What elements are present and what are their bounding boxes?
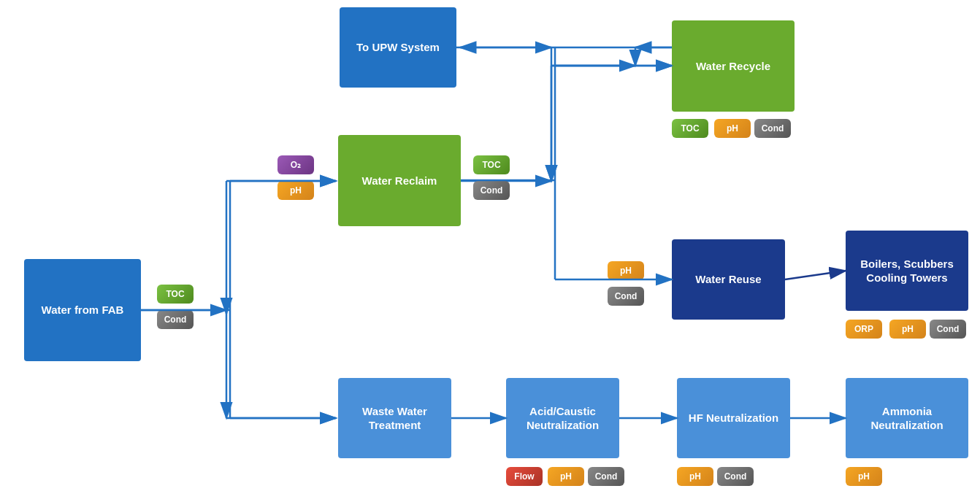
badge-acid_flow[interactable]: Flow [506,467,543,486]
node-hf_neutral: HF Neutralization [677,378,790,458]
node-water_from_fab: Water from FAB [24,259,141,361]
badge-reclaim_cond[interactable]: Cond [473,181,510,200]
node-water_reuse: Water Reuse [672,239,785,320]
badge-hf_ph[interactable]: pH [677,467,713,486]
badge-recycle_toc[interactable]: TOC [672,119,708,138]
badge-recycle_ph[interactable]: pH [714,119,751,138]
badge-boilers_orp[interactable]: ORP [846,320,882,339]
badge-boilers_cond[interactable]: Cond [930,320,966,339]
badge-fab_toc[interactable]: TOC [157,285,194,304]
node-acid_caustic: Acid/Caustic Neutralization [506,378,619,458]
node-boilers: Boilers, ScubbersCooling Towers [846,231,968,311]
badge-boilers_ph[interactable]: pH [889,320,926,339]
badge-hf_cond[interactable]: Cond [717,467,754,486]
badge-reclaim_o2[interactable]: O₂ [277,155,314,174]
node-water_reclaim: Water Reclaim [338,135,461,226]
badge-reuse_cond[interactable]: Cond [608,287,644,306]
node-to_upw: To UPW System [340,7,456,88]
badge-reuse_ph[interactable]: pH [608,261,644,280]
badge-fab_cond[interactable]: Cond [157,310,194,329]
badge-reclaim_ph[interactable]: pH [277,181,314,200]
node-ammonia_neutral: Ammonia Neutralization [846,378,968,458]
node-waste_water: Waste Water Treatment [338,378,451,458]
badge-ammonia_ph[interactable]: pH [846,467,882,486]
badge-acid_ph[interactable]: pH [548,467,584,486]
node-water_recycle: Water Recycle [672,20,795,112]
diagram: Water from FABTo UPW SystemWater Recycle… [0,0,980,502]
badge-acid_cond[interactable]: Cond [588,467,624,486]
badge-reclaim_toc[interactable]: TOC [473,155,510,174]
badge-recycle_cond[interactable]: Cond [754,119,791,138]
